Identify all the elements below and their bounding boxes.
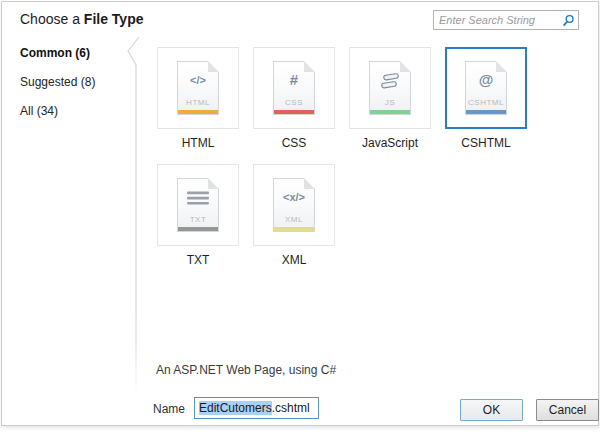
file-type-label: TXT bbox=[157, 253, 239, 268]
file-type-color-bar bbox=[466, 110, 506, 114]
folded-corner-icon bbox=[304, 61, 315, 72]
dialog-title-bold: File Type bbox=[84, 11, 144, 27]
search-box bbox=[433, 10, 579, 30]
file-type-tile-javascript[interactable]: JSJavaScript bbox=[349, 47, 431, 151]
file-type-badge: CSHTML bbox=[466, 98, 506, 107]
sidebar: Common (6) Suggested (8) All (34) bbox=[20, 46, 95, 133]
name-label: Name bbox=[153, 402, 185, 416]
file-type-tile-box: </>HTML bbox=[157, 47, 239, 129]
file-type-label: CSHTML bbox=[445, 136, 527, 151]
file-type-tile-html[interactable]: </>HTMLHTML bbox=[157, 47, 239, 151]
file-type-tile-box: <x/>XML bbox=[253, 164, 335, 246]
folded-corner-icon bbox=[304, 178, 315, 189]
file-type-color-bar bbox=[178, 110, 218, 114]
file-name-selected-text: EditCutomers bbox=[199, 401, 272, 415]
at-sign-icon: @CSHTML bbox=[465, 61, 507, 115]
file-type-tile-txt[interactable]: TXTTXT bbox=[157, 164, 239, 268]
code-tags-icon: </>HTML bbox=[177, 61, 219, 115]
file-type-badge: TXT bbox=[178, 215, 218, 224]
sidebar-item-all[interactable]: All (34) bbox=[20, 104, 95, 118]
dialog-title: Choose a File Type bbox=[20, 11, 143, 27]
file-type-description: An ASP.NET Web Page, using C# bbox=[156, 363, 336, 377]
sidebar-item-suggested[interactable]: Suggested (8) bbox=[20, 75, 95, 89]
folded-corner-icon bbox=[496, 61, 507, 72]
xml-tag-icon: <x/>XML bbox=[273, 178, 315, 232]
file-type-tile-box: #CSS bbox=[253, 47, 335, 129]
choose-file-type-dialog: Choose a File Type Common (6) Suggested … bbox=[1, 1, 599, 426]
file-name-extension: .cshtml bbox=[272, 401, 310, 415]
folded-corner-icon bbox=[208, 61, 219, 72]
file-type-label: HTML bbox=[157, 136, 239, 151]
text-lines-icon: TXT bbox=[177, 178, 219, 232]
file-type-color-bar bbox=[370, 110, 410, 114]
file-type-badge: JS bbox=[370, 98, 410, 107]
file-type-tile-cshtml[interactable]: @CSHTMLCSHTML bbox=[445, 47, 527, 151]
ok-button[interactable]: OK bbox=[460, 399, 523, 421]
file-type-tile-css[interactable]: #CSSCSS bbox=[253, 47, 335, 151]
file-type-tile-box: TXT bbox=[157, 164, 239, 246]
file-type-badge: XML bbox=[274, 215, 314, 224]
file-type-label: JavaScript bbox=[349, 136, 431, 151]
file-type-tile-xml[interactable]: <x/>XMLXML bbox=[253, 164, 335, 268]
sidebar-item-common[interactable]: Common (6) bbox=[20, 46, 95, 60]
file-type-badge: CSS bbox=[274, 98, 314, 107]
cancel-button[interactable]: Cancel bbox=[536, 399, 599, 421]
search-input[interactable] bbox=[434, 12, 560, 28]
script-icon: JS bbox=[369, 61, 411, 115]
file-type-badge: HTML bbox=[178, 98, 218, 107]
sidebar-divider-notch bbox=[120, 32, 146, 397]
file-type-label: CSS bbox=[253, 136, 335, 151]
file-type-label: XML bbox=[253, 253, 335, 268]
folded-corner-icon bbox=[400, 61, 411, 72]
file-type-tile-box: @CSHTML bbox=[445, 47, 527, 129]
dialog-title-prefix: Choose a bbox=[20, 11, 84, 27]
search-icon[interactable] bbox=[560, 12, 576, 28]
file-name-input[interactable]: EditCutomers.cshtml bbox=[194, 397, 319, 419]
file-type-color-bar bbox=[274, 227, 314, 231]
file-type-color-bar bbox=[274, 110, 314, 114]
file-type-color-bar bbox=[178, 227, 218, 231]
hash-icon: #CSS bbox=[273, 61, 315, 115]
file-type-grid: </>HTMLHTML#CSSCSSJSJavaScript@CSHTMLCSH… bbox=[157, 47, 549, 281]
folded-corner-icon bbox=[208, 178, 219, 189]
file-type-tile-box: JS bbox=[349, 47, 431, 129]
